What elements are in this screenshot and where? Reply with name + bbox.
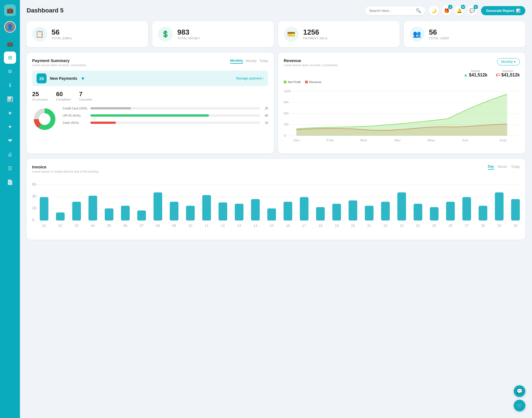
- bar-chart-bar: [121, 206, 130, 220]
- moon-icon[interactable]: 🌙: [429, 6, 439, 16]
- svg-text:Jan: Jan: [293, 139, 300, 142]
- chat-icon[interactable]: 💬5: [467, 6, 477, 16]
- svg-text:20: 20: [32, 206, 37, 210]
- heart2-icon[interactable]: ❤: [4, 135, 16, 147]
- bar-chart-bar: [170, 202, 178, 220]
- search-icon[interactable]: 🔍: [416, 8, 421, 13]
- expense-value: $41,512k: [501, 73, 520, 78]
- search-box: 🔍: [365, 6, 425, 15]
- payment-stats: 25 On process 60 Completed 7 Canceled: [32, 91, 268, 101]
- income-arrow-icon: ▲: [464, 73, 468, 78]
- svg-text:90: 90: [284, 101, 288, 104]
- legend-revenue: Revenue: [305, 80, 321, 84]
- bar-chart-bar: [283, 202, 292, 220]
- payment-summary-panel: Payment Summary Lorem ipsum dolor sit am…: [27, 53, 274, 153]
- pstat-completed: 60 Completed: [56, 91, 71, 101]
- user-label: TOTAL USER: [429, 37, 449, 40]
- revenue-subtitle: Lorem ipsum dolor sit amet, consectetur: [284, 63, 338, 67]
- bar-chart-label: 26: [449, 224, 452, 228]
- bar-chart-bar: [267, 209, 276, 221]
- cart-float-button[interactable]: 🛒: [514, 400, 525, 411]
- bar-chart-bar: [381, 202, 390, 220]
- bar-chart-label: 05: [107, 224, 111, 228]
- bar-chart-bar: [332, 204, 341, 220]
- bar-chart-bar: [316, 207, 325, 220]
- chevron-down-icon: ▾: [514, 60, 516, 64]
- progress-rows: Credit Card (24%) 25 UPI ID (41%) 60 Cas…: [32, 107, 268, 133]
- revenue-dropdown[interactable]: Monthly ▾: [497, 58, 520, 65]
- stat-cards: 📋 56 TOTAL EMAIL 💲 983 TOTAL MONEY 💳 125…: [27, 21, 525, 47]
- email-number: 56: [52, 28, 73, 36]
- bar-chart-icon: 📊: [516, 9, 520, 13]
- bar-chart-bar: [300, 197, 308, 220]
- bar-chart-bar: [430, 207, 438, 220]
- app-logo[interactable]: 💼: [4, 4, 16, 16]
- bar-chart-bar: [202, 195, 211, 220]
- svg-point-3: [39, 113, 50, 125]
- invoice-tab-day[interactable]: Day: [488, 165, 494, 170]
- svg-text:Feb: Feb: [326, 139, 334, 142]
- bar-chart-label: 15: [270, 224, 273, 228]
- wallet-icon[interactable]: 💼: [4, 38, 16, 50]
- float-buttons: 💬 🛒: [514, 385, 525, 411]
- svg-text:May: May: [427, 139, 435, 142]
- invoice-tab-group: DayMonthToday: [488, 165, 520, 170]
- invoice-tab-today[interactable]: Today: [511, 165, 520, 170]
- progress-item: UPI ID (41%) 60: [63, 114, 268, 117]
- revenue-title: Revenue: [284, 58, 338, 63]
- new-payments-badge: 25: [37, 73, 47, 83]
- bar-chart-label: 13: [237, 224, 241, 228]
- invoice-tab-month[interactable]: Month: [498, 165, 507, 170]
- revenue-amounts: Income ▲ $41,512k Expense 🏷 $41,512k: [284, 70, 520, 78]
- money-label: TOTAL MONEY: [177, 37, 200, 40]
- bar-chart-bar: [88, 196, 97, 220]
- bar-chart-label: 30: [513, 224, 517, 228]
- invoice-panel: Invoice Lorem Ipsum is simply dummy text…: [27, 159, 525, 240]
- settings-icon[interactable]: ⚙: [4, 65, 16, 78]
- bar-chart-label: 24: [416, 224, 420, 228]
- payment-tab-today[interactable]: Today: [259, 58, 268, 63]
- chart-icon[interactable]: 📊: [4, 93, 16, 105]
- gift-icon[interactable]: 🎁2: [442, 6, 452, 16]
- bar-chart-label: 11: [205, 224, 209, 228]
- svg-text:120: 120: [284, 90, 291, 93]
- doc-icon[interactable]: 📄: [4, 176, 16, 188]
- page-title: Dashboard 5: [27, 7, 63, 14]
- svg-text:July: July: [499, 139, 507, 142]
- invoice-bar-chart: 0 20 40 60 01020304050607080910111213141…: [32, 178, 520, 233]
- list-icon[interactable]: ☰: [4, 162, 16, 175]
- svg-text:30: 30: [284, 123, 288, 126]
- payment-tab-monthly[interactable]: Monthly: [230, 58, 243, 64]
- stat-card-money: 💲 983 TOTAL MONEY: [152, 21, 274, 47]
- avatar[interactable]: 👤: [4, 21, 16, 33]
- header: Dashboard 5 🔍 🌙🎁2🔔12💬5 Generate Report 📊: [27, 6, 525, 16]
- email-label: TOTAL EMAIL: [52, 37, 73, 40]
- manage-payment-link[interactable]: Manage payment ›: [236, 76, 264, 80]
- bar-chart-label: 22: [383, 224, 387, 228]
- bar-chart-label: 01: [42, 224, 46, 228]
- support-float-button[interactable]: 💬: [514, 385, 525, 397]
- generate-report-button[interactable]: Generate Report 📊: [481, 6, 525, 15]
- money-icon: 💲: [158, 27, 173, 42]
- bar-chart-bar: [349, 201, 357, 221]
- dashboard-icon[interactable]: ⊞: [4, 52, 16, 64]
- bar-chart-label: 06: [123, 224, 127, 228]
- bar-chart-label: 20: [351, 224, 355, 228]
- payment-tab-weekly[interactable]: Weekly: [246, 58, 257, 63]
- bar-chart-bar: [219, 202, 227, 220]
- star-icon[interactable]: ★: [4, 107, 16, 119]
- bar-chart-bar: [365, 206, 374, 220]
- svg-text:0: 0: [284, 134, 286, 137]
- heart-icon[interactable]: ♥: [4, 121, 16, 133]
- search-input[interactable]: [369, 9, 413, 13]
- stat-card-email: 📋 56 TOTAL EMAIL: [27, 21, 148, 47]
- invoice-subtitle: Lorem Ipsum is simply dummy text of the …: [32, 170, 98, 173]
- bar-chart-label: 12: [221, 224, 225, 228]
- bar-chart-bar: [56, 212, 65, 220]
- pstat-canceled: 7 Canceled: [79, 91, 92, 101]
- bell-icon[interactable]: 🔔12: [454, 6, 464, 16]
- print-icon[interactable]: 🖨: [4, 148, 16, 161]
- payment-summary-subtitle: Lorem ipsum dolor sit amet, consectetur: [32, 63, 86, 67]
- info-icon[interactable]: ℹ: [4, 79, 16, 91]
- header-right: 🔍 🌙🎁2🔔12💬5 Generate Report 📊: [365, 6, 525, 16]
